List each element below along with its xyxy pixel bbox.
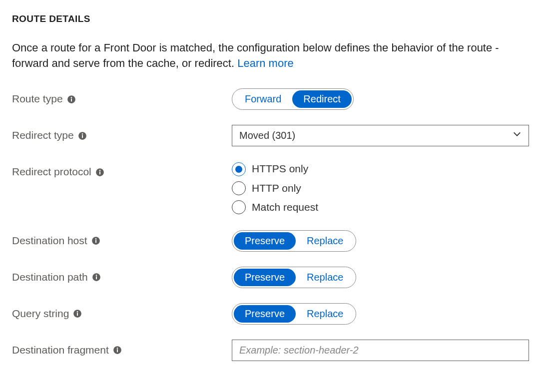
svg-rect-4 [82, 135, 83, 138]
redirect-protocol-row: Redirect protocol HTTPS only HTTP only M… [12, 161, 529, 215]
route-type-toggle: Forward Redirect [232, 88, 354, 110]
route-type-redirect[interactable]: Redirect [292, 90, 351, 108]
info-icon[interactable] [67, 95, 76, 104]
learn-more-link[interactable]: Learn more [237, 57, 294, 69]
radio-icon [232, 162, 246, 176]
redirect-protocol-https[interactable]: HTTPS only [232, 161, 529, 176]
query-string-toggle: Preserve Replace [232, 303, 356, 325]
svg-rect-1 [71, 98, 72, 101]
destination-fragment-control [232, 340, 529, 361]
info-icon[interactable] [95, 168, 104, 177]
destination-host-preserve[interactable]: Preserve [234, 232, 296, 250]
route-details-section: ROUTE DETAILS Once a route for a Front D… [12, 12, 529, 361]
destination-host-row: Destination host Preserve Replace [12, 230, 529, 252]
svg-point-2 [70, 96, 71, 97]
svg-rect-7 [99, 171, 100, 174]
query-string-row: Query string Preserve Replace [12, 303, 529, 325]
radio-label-text: HTTPS only [252, 161, 308, 176]
redirect-type-row: Redirect type Moved (301) [12, 125, 529, 146]
destination-path-row: Destination path Preserve Replace [12, 267, 529, 288]
destination-host-label-text: Destination host [12, 233, 87, 248]
svg-point-14 [96, 275, 97, 276]
destination-host-toggle: Preserve Replace [232, 230, 356, 252]
redirect-protocol-match[interactable]: Match request [232, 200, 529, 215]
redirect-type-label-text: Redirect type [12, 128, 74, 143]
redirect-protocol-label: Redirect protocol [12, 161, 232, 179]
destination-path-preserve[interactable]: Preserve [234, 269, 296, 286]
svg-rect-13 [96, 276, 97, 279]
query-string-control: Preserve Replace [232, 303, 529, 325]
destination-fragment-input[interactable] [232, 340, 529, 361]
info-icon[interactable] [78, 131, 87, 140]
destination-path-replace[interactable]: Replace [296, 269, 354, 286]
route-type-forward[interactable]: Forward [234, 90, 292, 108]
destination-path-label-text: Destination path [12, 270, 88, 285]
query-string-preserve[interactable]: Preserve [234, 305, 296, 323]
destination-fragment-row: Destination fragment [12, 340, 529, 361]
route-type-control: Forward Redirect [232, 88, 529, 110]
destination-host-control: Preserve Replace [232, 230, 529, 252]
svg-point-5 [81, 133, 82, 134]
query-string-replace[interactable]: Replace [296, 305, 354, 323]
radio-label-text: Match request [252, 200, 318, 215]
destination-path-label: Destination path [12, 267, 232, 285]
svg-rect-19 [117, 349, 118, 352]
radio-icon [232, 181, 246, 195]
redirect-protocol-radio-group: HTTPS only HTTP only Match request [232, 161, 529, 215]
info-icon[interactable] [91, 236, 100, 245]
route-type-label-text: Route type [12, 91, 63, 106]
redirect-protocol-label-text: Redirect protocol [12, 164, 91, 179]
redirect-type-select[interactable]: Moved (301) [232, 125, 529, 146]
route-type-label: Route type [12, 88, 232, 106]
destination-path-control: Preserve Replace [232, 267, 529, 288]
svg-point-17 [77, 311, 78, 312]
svg-point-8 [99, 169, 100, 170]
destination-host-label: Destination host [12, 230, 232, 248]
info-icon[interactable] [92, 273, 101, 282]
redirect-type-control: Moved (301) [232, 125, 529, 146]
svg-rect-10 [95, 240, 96, 243]
radio-icon [232, 200, 246, 214]
redirect-protocol-control: HTTPS only HTTP only Match request [232, 161, 529, 215]
redirect-type-label: Redirect type [12, 125, 232, 143]
query-string-label: Query string [12, 303, 232, 321]
info-icon[interactable] [73, 309, 82, 318]
svg-rect-16 [77, 313, 78, 316]
section-title: ROUTE DETAILS [12, 12, 529, 26]
redirect-type-select-value[interactable]: Moved (301) [232, 125, 529, 146]
destination-fragment-label: Destination fragment [12, 340, 232, 358]
route-type-row: Route type Forward Redirect [12, 88, 529, 110]
destination-host-replace[interactable]: Replace [296, 232, 354, 250]
section-description: Once a route for a Front Door is matched… [12, 40, 517, 72]
destination-path-toggle: Preserve Replace [232, 267, 356, 288]
radio-label-text: HTTP only [252, 181, 301, 196]
svg-point-11 [95, 238, 96, 239]
info-icon[interactable] [113, 346, 122, 355]
redirect-protocol-http[interactable]: HTTP only [232, 181, 529, 196]
destination-fragment-label-text: Destination fragment [12, 343, 109, 358]
query-string-label-text: Query string [12, 306, 69, 321]
svg-point-20 [117, 348, 118, 349]
